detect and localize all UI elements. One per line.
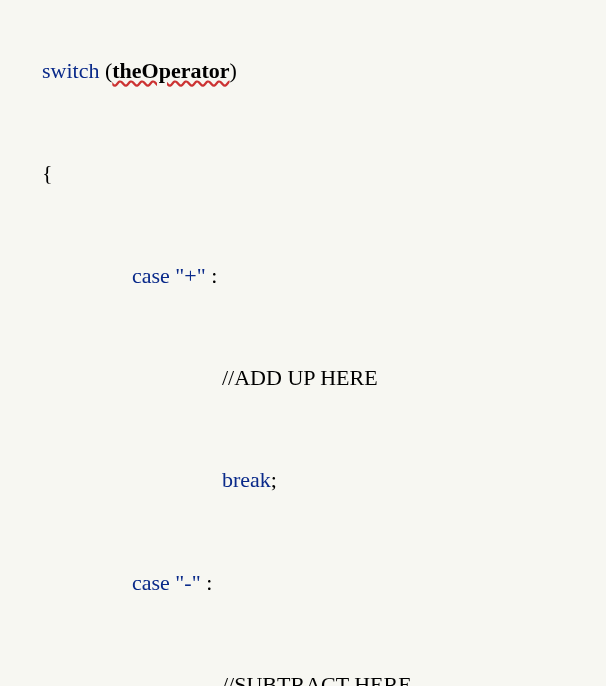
switch-line: switch (theOperator) bbox=[20, 20, 586, 122]
case-keyword: case bbox=[132, 570, 170, 595]
case-plus-value: "+" bbox=[175, 263, 205, 288]
case-plus-line: case "+" : bbox=[20, 225, 586, 327]
code-block: switch (theOperator) { case "+" : //ADD … bbox=[20, 20, 586, 686]
case-keyword: case bbox=[132, 263, 170, 288]
switch-keyword: switch bbox=[42, 58, 99, 83]
switch-identifier: theOperator bbox=[112, 58, 229, 83]
open-brace-line: { bbox=[20, 122, 586, 224]
break-plus: break; bbox=[20, 429, 586, 531]
open-brace: { bbox=[42, 160, 53, 185]
comment-add: //ADD UP HERE bbox=[20, 327, 586, 429]
case-minus-value: "-" bbox=[175, 570, 200, 595]
comment-subtract: //SUBTRACT HERE bbox=[20, 634, 586, 686]
open-paren: ( bbox=[99, 58, 112, 83]
close-paren: ) bbox=[230, 58, 237, 83]
case-minus-line: case "-" : bbox=[20, 531, 586, 633]
